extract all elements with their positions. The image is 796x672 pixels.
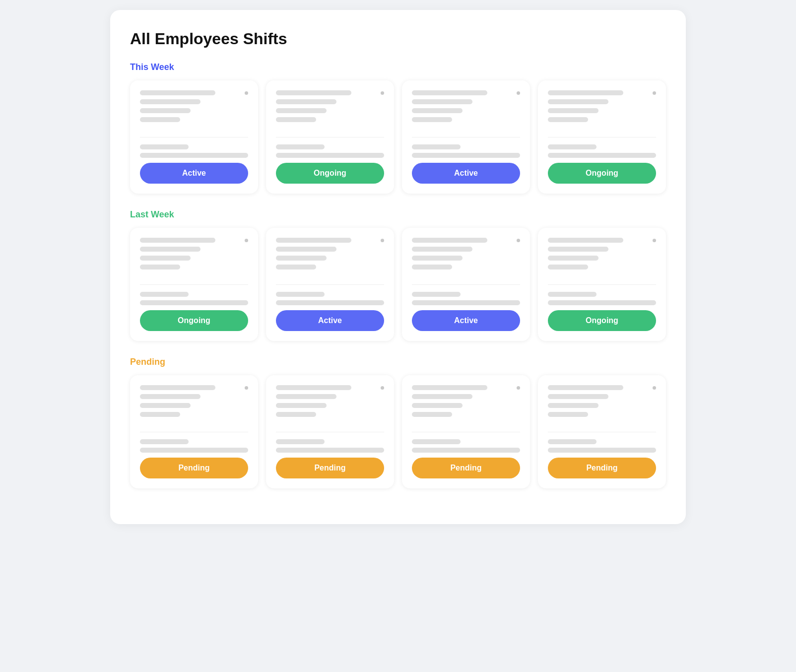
skeleton-footer (140, 144, 248, 158)
section-pending: Pending Pending (130, 357, 666, 488)
section-title-last-week: Last Week (130, 209, 666, 220)
skeleton-line (548, 108, 598, 113)
status-button[interactable]: Ongoing (276, 163, 384, 184)
shift-card: Pending (402, 375, 530, 488)
card-content (412, 238, 520, 305)
card-content (140, 90, 248, 158)
shift-card: Active (402, 80, 530, 194)
dot-indicator (653, 386, 656, 390)
skeleton-line (548, 292, 597, 297)
skeleton-line (276, 256, 327, 261)
status-button[interactable]: Ongoing (140, 310, 248, 331)
shift-card: Ongoing (266, 80, 394, 194)
skeleton-line (548, 117, 588, 122)
skeleton-line (412, 385, 487, 390)
divider (140, 432, 248, 432)
skeleton-line (412, 448, 520, 453)
skeleton-line (412, 292, 461, 297)
status-button[interactable]: Pending (548, 458, 656, 478)
shift-card: Active (130, 80, 258, 194)
card-content (548, 385, 656, 453)
skeleton-line (140, 412, 180, 417)
skeleton-line (548, 412, 588, 417)
dot-indicator (381, 239, 384, 242)
skeleton-line (412, 153, 520, 158)
skeleton-line (412, 247, 472, 252)
shift-card: Pending (266, 375, 394, 488)
skeleton-line (140, 265, 180, 269)
status-button[interactable]: Active (140, 163, 248, 184)
cards-grid-pending: Pending Pending (130, 375, 666, 488)
card-content (548, 90, 656, 158)
dot-indicator (517, 91, 520, 95)
skeleton-line (276, 385, 351, 390)
skeleton-line (140, 439, 189, 444)
skeleton-line (140, 403, 191, 408)
skeleton-line (140, 90, 215, 95)
skeleton-line (140, 108, 191, 113)
status-button[interactable]: Pending (412, 458, 520, 478)
status-button[interactable]: Pending (140, 458, 248, 478)
card-content (412, 385, 520, 453)
skeleton-line (412, 117, 452, 122)
skeleton-line (412, 256, 463, 261)
dot-indicator (653, 239, 656, 242)
dot-indicator (517, 239, 520, 242)
skeleton-footer (412, 292, 520, 305)
status-button[interactable]: Active (412, 163, 520, 184)
skeleton-line (548, 300, 656, 305)
card-content (140, 238, 248, 305)
card-content (548, 238, 656, 305)
skeleton-line (140, 247, 200, 252)
skeleton-footer (276, 144, 384, 158)
status-button[interactable]: Pending (276, 458, 384, 478)
skeleton-line (548, 144, 597, 149)
shift-card: Ongoing (538, 228, 666, 341)
skeleton-line (548, 99, 608, 104)
skeleton-line (276, 108, 327, 113)
skeleton-line (548, 238, 623, 243)
skeleton-line (548, 439, 597, 444)
skeleton-line (140, 256, 191, 261)
shift-card: Ongoing (130, 228, 258, 341)
shift-card: Pending (538, 375, 666, 488)
cards-grid-this-week: Active Ongoing (130, 80, 666, 194)
skeleton-line (140, 117, 180, 122)
skeleton-line (276, 238, 351, 243)
skeleton-footer (140, 292, 248, 305)
section-title-pending: Pending (130, 357, 666, 367)
skeleton-footer (412, 144, 520, 158)
skeleton-line (140, 99, 200, 104)
skeleton-line (140, 238, 215, 243)
skeleton-line (548, 90, 623, 95)
cards-grid-last-week: Ongoing Active (130, 228, 666, 341)
skeleton-line (548, 153, 656, 158)
divider (412, 284, 520, 285)
status-button[interactable]: Active (276, 310, 384, 331)
divider (548, 284, 656, 285)
status-button[interactable]: Ongoing (548, 163, 656, 184)
skeleton-line (276, 265, 316, 269)
divider (412, 137, 520, 137)
skeleton-line (276, 300, 384, 305)
skeleton-line (548, 247, 608, 252)
shift-card: Ongoing (538, 80, 666, 194)
card-content (140, 385, 248, 453)
skeleton-line (276, 117, 316, 122)
status-button[interactable]: Ongoing (548, 310, 656, 331)
skeleton-line (276, 439, 325, 444)
card-content (276, 90, 384, 158)
shift-card: Active (402, 228, 530, 341)
dot-indicator (381, 386, 384, 390)
page-title: All Employees Shifts (130, 30, 666, 48)
skeleton-line (276, 144, 325, 149)
divider (276, 137, 384, 137)
section-this-week: This Week Active (130, 62, 666, 194)
skeleton-line (412, 90, 487, 95)
skeleton-line (140, 153, 248, 158)
skeleton-line (412, 144, 461, 149)
status-button[interactable]: Active (412, 310, 520, 331)
divider (412, 432, 520, 432)
skeleton-footer (276, 439, 384, 453)
divider (548, 432, 656, 432)
